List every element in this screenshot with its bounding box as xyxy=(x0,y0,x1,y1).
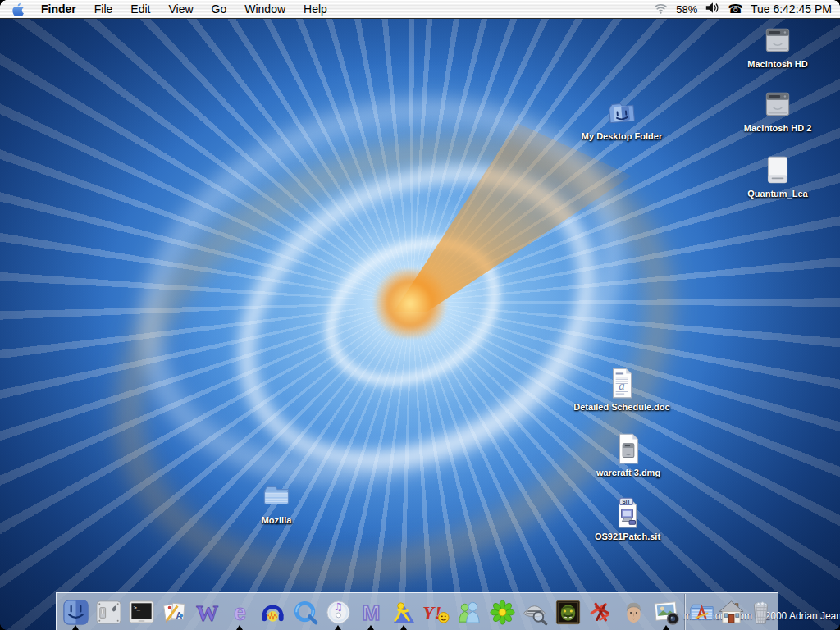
dock-icq[interactable] xyxy=(486,594,518,630)
quicktime-player-icon xyxy=(291,598,320,627)
sherlock-icon xyxy=(521,598,550,627)
dock-photo-viewer[interactable] xyxy=(650,594,682,630)
menu-list: FinderFileEditViewGoWindowHelp xyxy=(32,0,336,18)
dock-separator xyxy=(684,594,685,630)
dock-red-fighter-game[interactable] xyxy=(584,594,617,630)
trash-icon xyxy=(746,598,775,627)
desktop-icon-my-desktop-folder[interactable]: My Desktop Folder xyxy=(564,95,679,141)
desktop-icon-mozilla[interactable]: Mozilla xyxy=(219,479,334,525)
running-indicator xyxy=(368,625,374,630)
running-indicator xyxy=(663,625,669,630)
svg-text:>_: >_ xyxy=(133,604,140,610)
external-drive-icon xyxy=(760,153,795,187)
appleworks-icon: A xyxy=(160,598,189,627)
dock-home-folder[interactable] xyxy=(716,594,746,630)
dock-face-game[interactable] xyxy=(617,594,650,630)
dock-applications-folder[interactable] xyxy=(687,594,716,630)
svg-text:M: M xyxy=(362,600,380,625)
menu-edit[interactable]: Edit xyxy=(121,0,159,18)
desktop-icon-detailed-schedule-doc[interactable]: aDetailed Schedule.doc xyxy=(564,366,679,412)
desktop-icon-label: warcraft 3.dmg xyxy=(596,468,660,477)
dock-audacity[interactable] xyxy=(256,594,289,630)
desktop-icon-macintosh-hd[interactable]: Macintosh HD xyxy=(720,23,835,69)
menu-file[interactable]: File xyxy=(85,0,122,18)
svg-text:SIT: SIT xyxy=(623,499,631,504)
dock-mozilla-app[interactable]: M xyxy=(354,594,387,630)
face-game-icon xyxy=(619,598,648,627)
dock-aim[interactable] xyxy=(387,594,420,630)
desktop-icon-quantum-lea[interactable]: Quantum_Lea xyxy=(720,153,835,199)
menu-go[interactable]: Go xyxy=(203,0,236,18)
dock-itunes[interactable]: ♫ xyxy=(322,594,354,630)
microsoft-entourage-icon: e xyxy=(226,598,254,627)
desktop-icon-macintosh-hd-2[interactable]: Macintosh HD 2 xyxy=(720,87,835,133)
red-fighter-game-icon xyxy=(587,598,615,627)
svg-text:W: W xyxy=(195,601,217,626)
dock-sherlock[interactable] xyxy=(518,594,551,630)
desktop-icon-label: Macintosh HD 2 xyxy=(744,123,812,133)
internal-drive-icon xyxy=(760,23,795,57)
applications-folder-icon xyxy=(687,598,716,627)
disk-image-icon xyxy=(611,431,646,466)
icq-icon xyxy=(488,598,517,627)
dock: >_AWe♫MY! xyxy=(56,592,778,630)
mozilla-app-icon: M xyxy=(357,598,386,627)
svg-text:♫: ♫ xyxy=(333,600,342,613)
stuffit-archive-icon: SIT xyxy=(610,495,645,530)
desktop-icon-label: Macintosh HD xyxy=(747,59,807,69)
svg-text:Y!: Y! xyxy=(422,602,441,623)
menu-view[interactable]: View xyxy=(159,0,202,18)
internal-drive-icon xyxy=(760,87,795,121)
itunes-icon: ♫ xyxy=(324,598,353,627)
aim-icon xyxy=(390,598,418,627)
desktop-icon-warcraft-3-dmg[interactable]: warcraft 3.dmg xyxy=(571,431,686,477)
desktop-screen: Macintosh HDMacintosh HD 2Quantum_LeaMy … xyxy=(0,0,840,630)
desktop-icon-os921patch-sit[interactable]: SITOS921Patch.sit xyxy=(570,495,685,541)
folder-icon xyxy=(259,479,294,514)
dock-system-preferences[interactable] xyxy=(92,594,125,630)
dock-terminal[interactable]: >_ xyxy=(125,594,158,630)
desktop-icon-layer: Macintosh HDMacintosh HD 2Quantum_LeaMy … xyxy=(0,0,840,630)
apple-menu[interactable] xyxy=(0,0,32,18)
airport-signal-icon[interactable] xyxy=(653,2,669,16)
battery-percent[interactable]: 58% xyxy=(676,3,697,16)
desktop-icon-label: Detailed Schedule.doc xyxy=(573,402,669,412)
microsoft-word-icon: W xyxy=(193,598,221,627)
dock-microsoft-word[interactable]: W xyxy=(190,594,223,630)
finder-folder-icon xyxy=(605,95,639,130)
word-document-icon: a xyxy=(605,366,639,400)
running-indicator xyxy=(72,625,79,630)
dock-quicktime-player[interactable] xyxy=(289,594,322,630)
running-indicator xyxy=(335,625,341,630)
warcraft-iii-icon xyxy=(554,598,582,627)
desktop-icon-label: Mozilla xyxy=(262,515,292,525)
menu-bar: FinderFileEditViewGoWindowHelp 58% ☎ Tue… xyxy=(0,0,840,19)
dock-appleworks[interactable]: A xyxy=(158,594,190,630)
menu-help[interactable]: Help xyxy=(294,0,336,18)
desktop-icon-label: OS921Patch.sit xyxy=(595,532,660,541)
menu-finder[interactable]: Finder xyxy=(32,0,85,18)
modem-phone-icon[interactable]: ☎ xyxy=(728,0,743,18)
home-folder-icon xyxy=(717,598,746,627)
system-preferences-icon xyxy=(94,598,123,627)
desktop-icon-label: Quantum_Lea xyxy=(747,189,807,199)
volume-icon[interactable] xyxy=(705,2,720,16)
terminal-icon: >_ xyxy=(127,598,156,627)
menu-window[interactable]: Window xyxy=(235,0,294,18)
finder-icon xyxy=(62,598,90,627)
svg-text:a: a xyxy=(619,379,624,392)
desktop-icon-label: My Desktop Folder xyxy=(582,131,662,141)
dock-warcraft-iii[interactable] xyxy=(551,594,584,630)
menu-bar-clock[interactable]: Tue 6:42:45 PM xyxy=(751,2,832,16)
dock-msn-messenger[interactable] xyxy=(453,594,486,630)
menu-bar-status-area: 58% ☎ Tue 6:42:45 PM xyxy=(653,0,840,18)
msn-messenger-icon xyxy=(455,598,484,627)
photo-viewer-icon xyxy=(652,598,681,627)
audacity-icon xyxy=(258,598,287,627)
dock-microsoft-entourage[interactable]: e xyxy=(223,594,256,630)
running-indicator xyxy=(400,625,407,630)
dock-yahoo-messenger[interactable]: Y! xyxy=(420,594,453,630)
dock-finder[interactable] xyxy=(59,594,92,630)
dock-trash[interactable] xyxy=(746,594,775,630)
yahoo-messenger-icon: Y! xyxy=(422,598,451,627)
